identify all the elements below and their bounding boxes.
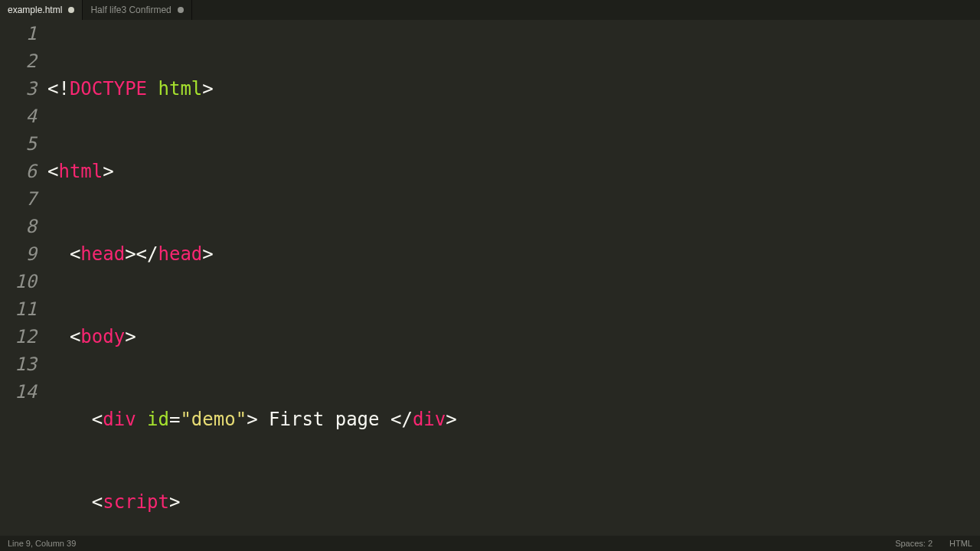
line-number: 13 [0, 350, 37, 378]
code-line: <div id="demo"> First page </div> [47, 406, 980, 433]
line-number: 5 [0, 130, 37, 158]
tab-label: example.html [8, 5, 62, 15]
status-language[interactable]: HTML [949, 539, 972, 548]
tab-label: Half life3 Confirmed [90, 5, 171, 15]
status-indent[interactable]: Spaces: 2 [895, 539, 933, 548]
line-number: 4 [0, 103, 37, 130]
line-number: 2 [0, 47, 37, 75]
status-bar: Line 9, Column 39 Spaces: 2 HTML [0, 536, 980, 551]
line-number: 9 [0, 240, 37, 268]
line-number: 14 [0, 378, 37, 406]
tab-example-html[interactable]: example.html [0, 0, 83, 20]
code-line: <head></head> [47, 240, 980, 268]
code-line: <!DOCTYPE html> [47, 75, 980, 103]
code-area[interactable]: <!DOCTYPE html> <html> <head></head> <bo… [47, 20, 980, 536]
line-number: 3 [0, 75, 37, 103]
status-cursor-position[interactable]: Line 9, Column 39 [8, 539, 76, 548]
tab-half-life3[interactable]: Half life3 Confirmed [83, 0, 191, 20]
line-number: 12 [0, 323, 37, 350]
line-number: 10 [0, 268, 37, 295]
line-number: 11 [0, 295, 37, 323]
editor[interactable]: 1 2 3 4 5 6 7 8 9 10 11 12 13 14 <!DOCTY… [0, 20, 980, 536]
tab-bar: example.html Half life3 Confirmed [0, 0, 980, 20]
line-number-gutter: 1 2 3 4 5 6 7 8 9 10 11 12 13 14 [0, 20, 47, 536]
dirty-dot-icon [68, 7, 74, 13]
line-number: 6 [0, 158, 37, 185]
line-number: 1 [0, 20, 37, 47]
dirty-dot-icon [178, 7, 184, 13]
line-number: 7 [0, 185, 37, 213]
code-line: <html> [47, 158, 980, 185]
code-line: <body> [47, 323, 980, 350]
line-number: 8 [0, 213, 37, 240]
code-line: <script> [47, 488, 980, 516]
